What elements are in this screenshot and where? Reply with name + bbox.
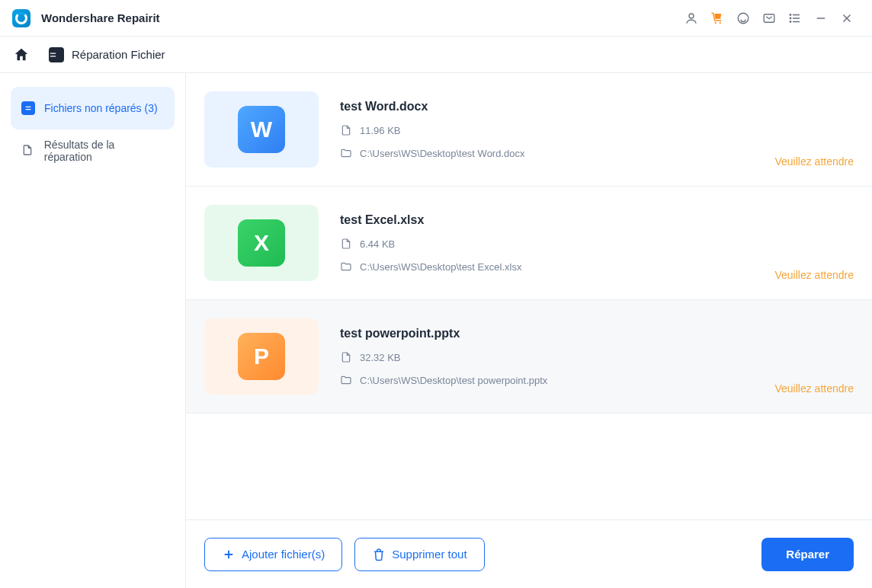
file-row[interactable]: X test Excel.xlsx 6.44 KB C:\Users\WS\De… xyxy=(186,187,872,300)
sidebar: Fichiers non réparés (3) Résultats de la… xyxy=(0,73,186,588)
file-thumbnail: W xyxy=(204,91,319,168)
svg-point-5 xyxy=(790,14,791,15)
file-thumbnail: X xyxy=(204,205,319,281)
file-row[interactable]: W test Word.docx 11.96 KB C:\Users\WS\De… xyxy=(186,73,872,187)
status-label: Veuillez attendre xyxy=(774,269,854,281)
folder-icon xyxy=(340,374,352,386)
user-icon[interactable] xyxy=(678,5,704,31)
file-icon xyxy=(340,124,352,136)
powerpoint-icon: P xyxy=(238,333,285,380)
svg-point-0 xyxy=(689,14,694,18)
minimize-icon[interactable] xyxy=(808,5,834,31)
status-label: Veuillez attendre xyxy=(774,382,854,395)
file-name: test powerpoint.pptx xyxy=(340,327,753,340)
file-path: C:\Users\WS\Desktop\test powerpoint.pptx xyxy=(340,374,753,386)
titlebar: Wondershare Repairit xyxy=(0,0,872,37)
sidebar-item-label: Résultats de la réparation xyxy=(44,139,164,163)
section-label: Réparation Fichier xyxy=(72,48,165,61)
svg-point-1 xyxy=(715,21,717,23)
file-row[interactable]: P test powerpoint.pptx 32.32 KB C:\Users… xyxy=(186,300,872,414)
app-title: Wondershare Repairit xyxy=(41,11,160,24)
file-size: 11.96 KB xyxy=(340,124,753,136)
close-icon[interactable] xyxy=(834,5,860,31)
delete-all-button[interactable]: Supprimer tout xyxy=(354,538,484,571)
svg-point-7 xyxy=(790,21,791,22)
feedback-icon[interactable] xyxy=(756,5,782,31)
sidebar-item-unrepaired[interactable]: Fichiers non réparés (3) xyxy=(11,87,175,129)
repair-button[interactable]: Réparer xyxy=(761,538,854,571)
footer: Ajouter fichier(s) Supprimer tout Répare… xyxy=(186,519,872,588)
main-panel: W test Word.docx 11.96 KB C:\Users\WS\De… xyxy=(186,73,872,588)
file-thumbnail: P xyxy=(204,318,319,395)
plus-icon xyxy=(222,548,236,561)
folder-icon xyxy=(340,147,352,159)
navbar: Réparation Fichier xyxy=(0,37,872,73)
status-label: Veuillez attendre xyxy=(774,155,854,168)
support-icon[interactable] xyxy=(730,5,756,31)
app-logo-icon xyxy=(12,9,30,27)
svg-point-6 xyxy=(790,18,791,19)
menu-icon[interactable] xyxy=(782,5,808,31)
file-name: test Word.docx xyxy=(340,100,753,113)
file-path: C:\Users\WS\Desktop\test Excel.xlsx xyxy=(340,260,753,273)
word-icon: W xyxy=(238,106,285,153)
trash-icon xyxy=(372,548,386,561)
file-list: W test Word.docx 11.96 KB C:\Users\WS\De… xyxy=(186,73,872,519)
sidebar-item-results[interactable]: Résultats de la réparation xyxy=(11,129,175,172)
file-path: C:\Users\WS\Desktop\test Word.docx xyxy=(340,147,753,159)
section-icon xyxy=(49,47,64,62)
svg-point-2 xyxy=(720,21,721,23)
home-icon[interactable] xyxy=(12,46,30,64)
add-files-button[interactable]: Ajouter fichier(s) xyxy=(204,538,342,571)
file-icon xyxy=(340,238,352,250)
folder-icon xyxy=(340,260,352,273)
document-icon xyxy=(21,144,35,158)
card-icon xyxy=(21,101,35,115)
cart-icon[interactable] xyxy=(704,5,730,31)
sidebar-item-label: Fichiers non réparés (3) xyxy=(44,102,158,114)
file-size: 6.44 KB xyxy=(340,238,753,250)
excel-icon: X xyxy=(238,219,285,267)
file-icon xyxy=(340,351,352,363)
breadcrumb-section[interactable]: Réparation Fichier xyxy=(49,47,165,62)
file-size: 32.32 KB xyxy=(340,351,753,363)
file-name: test Excel.xlsx xyxy=(340,213,753,227)
